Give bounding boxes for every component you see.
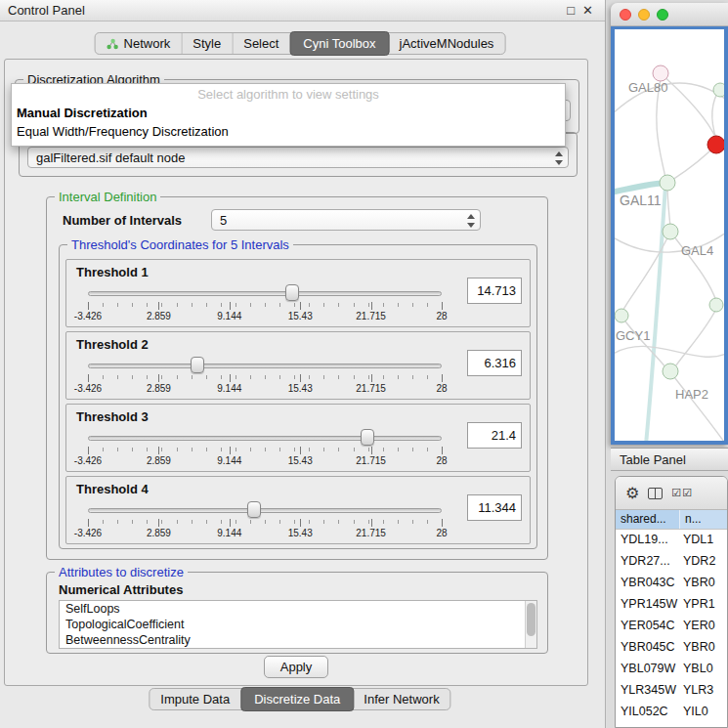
zoom-traffic-light-icon[interactable] <box>657 9 668 21</box>
column-header-name[interactable]: n... <box>680 510 727 529</box>
table-row[interactable]: YER054C YER0 <box>616 616 727 637</box>
network-window-titlebar <box>611 3 728 26</box>
slider-track[interactable] <box>88 508 442 513</box>
node-label-gal80: GAL80 <box>628 80 667 95</box>
table-row[interactable]: YIL052C YIL0 <box>616 702 727 723</box>
network-icon <box>107 38 119 50</box>
tick-label: 28 <box>436 311 447 321</box>
tick-marks <box>88 520 442 524</box>
threshold-label: Threshold 3 <box>76 409 149 424</box>
attributes-group: Attributes to discretize Numerical Attri… <box>46 572 548 654</box>
slider-thumb[interactable] <box>285 284 299 301</box>
tick-label: -3.426 <box>74 455 102 466</box>
threshold-panel-1: Threshold 1 -3.426 2.859 9.144 <box>65 259 531 327</box>
tick-label: 2.859 <box>147 311 171 321</box>
network-node[interactable] <box>615 309 628 322</box>
threshold-slider-1[interactable]: -3.426 2.859 9.144 15.43 21.715 28 <box>88 283 442 324</box>
tick-marks <box>88 303 442 307</box>
tab-jactivemnodules[interactable]: jActiveMNodules <box>389 33 505 54</box>
tab-impute-data[interactable]: Impute Data <box>150 689 241 709</box>
window-title: Control Panel <box>8 3 85 18</box>
dropdown-option-equal-width-frequency[interactable]: Equal Width/Frequency Discretization <box>12 122 565 141</box>
tick-label: 9.144 <box>217 383 241 394</box>
list-item[interactable]: BetweennessCentrality <box>60 632 536 648</box>
table-row[interactable]: YBR045C YBR0 <box>616 637 727 659</box>
network-view-window: GAL80 GAL11 GAL4 GCY1 HAP2 <box>611 3 728 445</box>
table-toolbar: ⚙ ☑☑ <box>616 477 727 510</box>
table-panel-header[interactable]: Table Panel <box>611 448 728 471</box>
close-traffic-light-icon[interactable] <box>620 9 631 21</box>
table-row[interactable]: YDL19... YDL1 <box>616 530 727 551</box>
tab-network[interactable]: Network <box>96 33 183 54</box>
tick-label: 9.144 <box>217 528 241 538</box>
table-data-select[interactable]: galFiltered.sif default node <box>27 147 569 168</box>
slider-track[interactable] <box>88 436 442 441</box>
number-of-intervals-label: Number of Intervals <box>63 213 182 228</box>
list-item[interactable]: SelfLoops <box>60 601 536 617</box>
node-label-gal11: GAL11 <box>620 193 662 208</box>
slider-thumb[interactable] <box>247 501 261 518</box>
threshold-value-field[interactable]: 11.344 <box>467 494 522 521</box>
numerical-attributes-label: Numerical Attributes <box>59 582 183 597</box>
tick-label: -3.426 <box>74 528 102 538</box>
network-node-selected[interactable] <box>707 136 724 153</box>
minimize-icon[interactable]: □ <box>563 3 578 18</box>
table-row[interactable]: YBR043C YBR0 <box>616 573 727 594</box>
threshold-value-field[interactable]: 14.713 <box>467 278 522 304</box>
stepper-icon <box>467 214 475 228</box>
gear-icon[interactable]: ⚙ <box>625 486 639 501</box>
apply-button[interactable]: Apply <box>264 656 328 678</box>
dropdown-option-manual-discretization[interactable]: Manual Discretization <box>12 104 565 122</box>
threshold-label: Threshold 4 <box>76 482 149 496</box>
slider-track[interactable] <box>88 291 442 296</box>
tab-discretize-data[interactable]: Discretize Data <box>240 687 354 711</box>
tick-label: 21.715 <box>356 311 386 321</box>
tick-label: 2.859 <box>147 383 171 394</box>
tick-label: 2.859 <box>147 455 171 466</box>
tick-label: 15.43 <box>288 383 313 394</box>
network-node[interactable] <box>663 364 678 379</box>
threshold-value-field[interactable]: 6.316 <box>467 350 522 376</box>
tab-select[interactable]: Select <box>233 33 290 54</box>
tick-marks <box>88 375 442 379</box>
numerical-attributes-list[interactable]: SelfLoops TopologicalCoefficient Between… <box>59 600 537 649</box>
threshold-value-field[interactable]: 21.4 <box>467 422 522 449</box>
network-canvas[interactable]: GAL80 GAL11 GAL4 GCY1 HAP2 <box>611 26 728 445</box>
network-node[interactable] <box>713 83 724 97</box>
number-of-intervals-select[interactable]: 5 <box>211 209 481 231</box>
network-node[interactable] <box>660 175 675 191</box>
bottom-tab-bar: Impute Data Discretize Data Infer Networ… <box>149 688 450 710</box>
tab-cyni-toolbox[interactable]: Cyni Toolbox <box>289 31 389 56</box>
threshold-slider-4[interactable]: -3.426 2.859 9.144 15.43 21.715 28 <box>88 500 442 541</box>
table-row[interactable]: YLR345W YLR3 <box>616 680 727 702</box>
slider-thumb[interactable] <box>361 429 374 446</box>
network-node[interactable] <box>709 298 723 312</box>
tab-infer-network[interactable]: Infer Network <box>353 689 450 709</box>
list-item[interactable]: TopologicalCoefficient <box>60 617 536 632</box>
close-icon[interactable]: ✕ <box>578 3 597 18</box>
columns-icon[interactable] <box>648 488 663 499</box>
list-scrollbar[interactable] <box>525 601 536 648</box>
tick-label: 9.144 <box>217 311 241 321</box>
stepper-icon <box>555 151 563 165</box>
table-row[interactable]: YBL079W YBL0 <box>616 659 727 680</box>
tick-label: 21.715 <box>356 383 386 394</box>
network-node[interactable] <box>653 65 668 81</box>
table-row[interactable]: YPR145W YPR1 <box>616 594 727 616</box>
minimize-traffic-light-icon[interactable] <box>638 9 650 21</box>
threshold-panel-2: Threshold 2 -3.426 2.859 9.144 <box>65 331 531 400</box>
table-row[interactable]: YDR27... YDR2 <box>616 551 727 573</box>
tab-network-label: Network <box>124 36 171 51</box>
column-header-shared-name[interactable]: shared... <box>616 510 680 529</box>
tick-label: 15.43 <box>288 528 313 538</box>
checkbox-columns-icon[interactable]: ☑☑ <box>671 487 693 499</box>
control-panel-window: Control Panel □ ✕ Network Style Select <box>0 0 606 728</box>
slider-thumb[interactable] <box>191 357 204 373</box>
threshold-slider-2[interactable]: -3.426 2.859 9.144 15.43 21.715 28 <box>88 356 442 397</box>
number-of-intervals-value: 5 <box>220 213 227 228</box>
slider-track[interactable] <box>88 364 442 368</box>
tab-style[interactable]: Style <box>182 33 233 54</box>
network-node[interactable] <box>663 224 678 239</box>
threshold-panel-4: Threshold 4 -3.426 2.859 9.144 <box>65 476 531 544</box>
threshold-slider-3[interactable]: -3.426 2.859 9.144 15.43 21.715 28 <box>88 428 442 469</box>
